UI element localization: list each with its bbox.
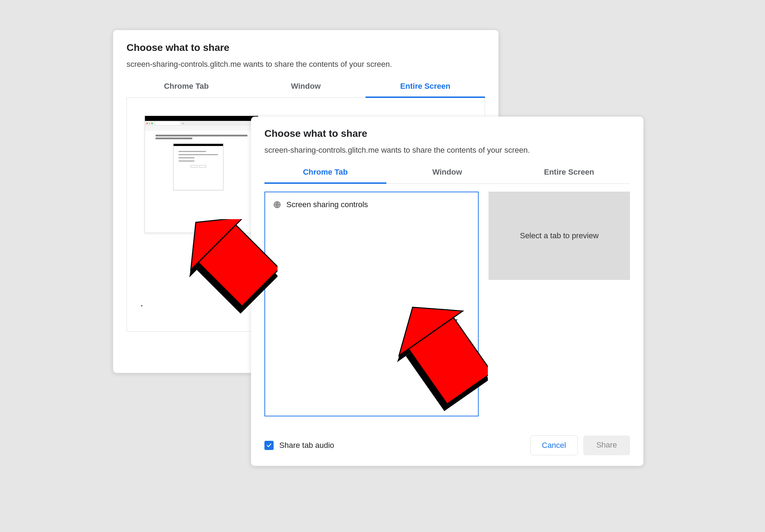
checkbox-checked-icon bbox=[264, 441, 274, 450]
globe-icon bbox=[273, 200, 281, 209]
screen-thumbnail[interactable]: + bbox=[145, 116, 258, 233]
share-tab-audio-label: Share tab audio bbox=[279, 441, 334, 450]
dialog-header: Choose what to share screen-sharing-cont… bbox=[251, 117, 643, 155]
tab-entire-screen[interactable]: Entire Screen bbox=[508, 163, 630, 183]
dialog-subtitle: screen-sharing-controls.glitch.me wants … bbox=[127, 60, 485, 69]
share-dialog-chrome-tab: Choose what to share screen-sharing-cont… bbox=[251, 117, 643, 466]
tab-list: Screen sharing controls bbox=[264, 192, 479, 416]
dialog-footer: Share tab audio Cancel Share bbox=[264, 435, 630, 455]
preview-placeholder-text: Select a tab to preview bbox=[520, 231, 599, 240]
dialog-header: Choose what to share screen-sharing-cont… bbox=[113, 30, 498, 69]
tab-chrome-tab[interactable]: Chrome Tab bbox=[127, 77, 246, 98]
tab-item-label: Screen sharing controls bbox=[286, 200, 368, 209]
tab-entire-screen[interactable]: Entire Screen bbox=[366, 77, 485, 98]
tab-window[interactable]: Window bbox=[386, 163, 508, 183]
dialog-title: Choose what to share bbox=[127, 42, 485, 53]
dialog-subtitle: screen-sharing-controls.glitch.me wants … bbox=[264, 146, 630, 155]
share-tab-audio-checkbox[interactable]: Share tab audio bbox=[264, 441, 334, 450]
page-dot bbox=[141, 305, 142, 306]
tab-window[interactable]: Window bbox=[246, 77, 366, 98]
dialog-title: Choose what to share bbox=[264, 128, 630, 139]
share-button[interactable]: Share bbox=[583, 435, 630, 455]
cancel-button[interactable]: Cancel bbox=[530, 435, 578, 455]
share-type-tabs: Chrome Tab Window Entire Screen bbox=[264, 163, 630, 184]
tab-preview-placeholder: Select a tab to preview bbox=[489, 192, 630, 280]
footer-buttons: Cancel Share bbox=[530, 435, 630, 455]
tab-chrome-tab[interactable]: Chrome Tab bbox=[264, 163, 386, 184]
tab-item-screen-sharing-controls[interactable]: Screen sharing controls bbox=[271, 198, 472, 211]
tab-selection-area: Screen sharing controls Select a tab to … bbox=[264, 192, 630, 416]
share-type-tabs: Chrome Tab Window Entire Screen bbox=[127, 77, 485, 98]
